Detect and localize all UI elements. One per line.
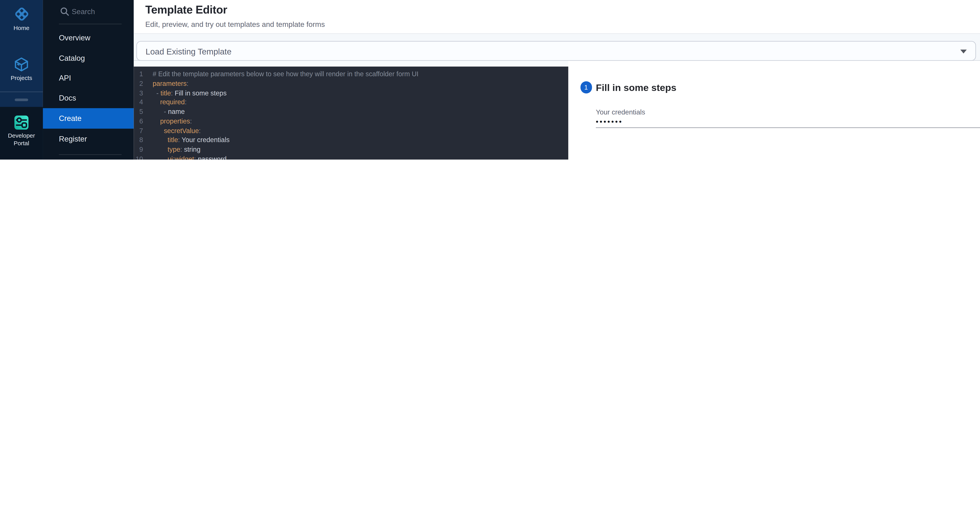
page-header: Template Editor Edit, preview, and try o… <box>134 0 980 34</box>
line-number: 7 <box>134 126 143 135</box>
divider <box>59 154 121 155</box>
line-number: 2 <box>134 79 143 88</box>
template-code-editor: 1# Edit the template parameters below to… <box>134 61 568 159</box>
code-text: ui:widget: password <box>153 154 227 159</box>
nav-item-overview[interactable]: Overview <box>43 27 134 48</box>
nav-item-create[interactable]: Create <box>43 108 134 129</box>
line-number: 1 <box>134 69 143 79</box>
credentials-input[interactable]: ••••••• <box>596 115 980 128</box>
code-line[interactable]: 4 required: <box>134 97 568 107</box>
step-title: Fill in some steps <box>596 81 676 92</box>
primary-sidebar: Home Projects <box>0 0 43 159</box>
code-text: title: Your credentials <box>153 135 230 145</box>
nav-item-admin[interactable]: Admin <box>43 159 134 159</box>
code-line[interactable]: 3 - title: Fill in some steps <box>134 88 568 97</box>
code-text: required: <box>153 97 186 107</box>
harness-home-icon <box>13 6 30 22</box>
sidebar-item-label: Projects <box>1 75 42 82</box>
line-number: 5 <box>134 107 143 116</box>
code-line[interactable]: 10 ui:widget: password <box>134 154 568 159</box>
sidebar-divider <box>0 91 43 92</box>
sidebar-item-label: Home <box>1 25 42 32</box>
divider <box>59 24 121 24</box>
search-input[interactable]: Search <box>43 4 134 19</box>
nav-item-api[interactable]: API <box>43 68 134 88</box>
code-line[interactable]: 6 properties: <box>134 116 568 126</box>
nav-item-docs[interactable]: Docs <box>43 88 134 108</box>
code-text: type: string <box>153 145 200 154</box>
sidebar-item-developer-portal[interactable]: Developer Portal <box>0 107 43 159</box>
load-template-select[interactable]: Load Existing Template <box>136 41 976 61</box>
code-text: # Edit the template parameters below to … <box>153 69 418 79</box>
line-number: 4 <box>134 97 143 107</box>
sidebar-item-home[interactable]: Home <box>0 6 43 32</box>
nav-item-catalog[interactable]: Catalog <box>43 48 134 69</box>
line-number: 6 <box>134 116 143 126</box>
page-subtitle: Edit, preview, and try out templates and… <box>145 21 325 28</box>
code-line[interactable]: 8 title: Your credentials <box>134 135 568 145</box>
search-placeholder: Search <box>72 8 95 15</box>
line-number: 10 <box>134 154 143 159</box>
page-title: Template Editor <box>145 3 227 17</box>
line-number: 8 <box>134 135 143 145</box>
template-select-band: Load Existing Template <box>134 34 980 61</box>
code-text: properties: <box>153 116 192 126</box>
code-text: secretValue: <box>153 126 201 135</box>
sidebar-item-projects[interactable]: Projects <box>0 56 43 82</box>
cube-icon <box>14 56 30 72</box>
app-window: Home Projects <box>0 0 980 159</box>
main-content: Template Editor Edit, preview, and try o… <box>134 0 980 159</box>
code-line[interactable]: 1# Edit the template parameters below to… <box>134 69 568 79</box>
search-icon <box>60 7 69 16</box>
sidebar-drag-handle[interactable] <box>15 99 28 101</box>
developer-portal-icon <box>14 115 29 130</box>
code-text: - title: Fill in some steps <box>153 88 227 97</box>
step-number-badge: 1 <box>580 81 592 93</box>
select-value: Load Existing Template <box>146 46 231 56</box>
code-line[interactable]: 9 type: string <box>134 145 568 154</box>
code-text: - name <box>153 107 185 116</box>
line-number: 3 <box>134 88 143 97</box>
dropdown-caret-icon <box>959 49 967 54</box>
template-form-preview: 1 Fill in some steps Your credentials ••… <box>568 61 980 159</box>
secondary-sidebar: Search Overview Catalog API Docs Create … <box>43 0 134 159</box>
code-text: parameters: <box>153 79 189 88</box>
code-line[interactable]: 2parameters: <box>134 79 568 88</box>
line-number: 9 <box>134 145 143 154</box>
code-line[interactable]: 5 - name <box>134 107 568 116</box>
code-editor-surface[interactable]: 1# Edit the template parameters below to… <box>134 67 568 160</box>
sidebar-item-label: Developer Portal <box>1 132 42 147</box>
code-line[interactable]: 7 secretValue: <box>134 126 568 135</box>
nav-item-register[interactable]: Register <box>43 129 134 149</box>
